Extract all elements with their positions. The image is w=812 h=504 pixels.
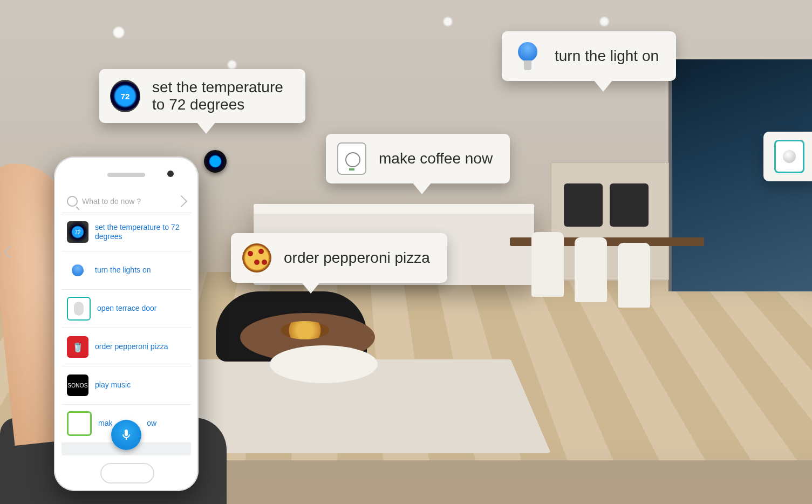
smartthings-icon xyxy=(67,411,92,436)
list-item-thermostat[interactable]: 72 set the temperature to 72 degrees xyxy=(62,213,191,251)
list-item-label: order pepperoni pizza xyxy=(95,342,168,352)
list-item-pizza[interactable]: 🥤 order pepperoni pizza xyxy=(62,328,191,366)
pizza-on-table xyxy=(281,321,329,339)
voice-mic-button[interactable] xyxy=(111,420,141,450)
list-item-label: play music xyxy=(95,380,131,390)
list-item-label: open terrace door xyxy=(97,304,157,314)
smart-plug-icon xyxy=(337,144,367,174)
phone-home-button[interactable] xyxy=(100,463,154,483)
food-order-icon: 🥤 xyxy=(67,336,88,358)
phone-camera xyxy=(167,171,174,177)
bubble-light: turn the light on xyxy=(502,31,676,81)
door-icon xyxy=(67,297,91,321)
carousel-prev-button[interactable] xyxy=(2,236,17,268)
chevron-left-icon xyxy=(4,246,16,258)
oven-right xyxy=(610,183,649,227)
bubble-text: make coffee now xyxy=(379,150,493,167)
dining-chair xyxy=(618,243,650,308)
dining-chair xyxy=(531,232,564,297)
bubble-coffee: make coffee now xyxy=(326,134,510,183)
wall-thermostat xyxy=(204,150,227,173)
search-placeholder: What to do now ? xyxy=(78,197,177,206)
dial-switch-icon xyxy=(774,141,804,172)
coffee-table-white xyxy=(270,345,378,383)
oven-left xyxy=(564,183,603,227)
list-item-lights[interactable]: turn the lights on xyxy=(62,251,191,290)
bubble-text: set the temperature to 72 degrees xyxy=(152,79,288,113)
bubble-thermostat: 72 set the temperature to 72 degrees xyxy=(99,69,305,123)
phone-screen: What to do now ? 72 set the temperature … xyxy=(62,190,191,455)
list-item-label: set the temperature to 72 degrees xyxy=(95,223,186,242)
list-item-music[interactable]: SONOS play music xyxy=(62,366,191,405)
bubble-text: turn the light on xyxy=(555,47,659,65)
bubble-dial xyxy=(763,132,812,181)
lightbulb-icon xyxy=(513,41,543,71)
microphone-icon xyxy=(120,428,133,441)
pizza-icon xyxy=(242,243,272,273)
lightbulb-icon xyxy=(67,260,88,281)
bubble-pizza: order pepperoni pizza xyxy=(231,233,447,283)
bubble-text: order pepperoni pizza xyxy=(284,249,430,267)
chevron-right-icon xyxy=(175,195,188,208)
sonos-icon: SONOS xyxy=(67,374,88,396)
search-icon xyxy=(67,196,78,207)
thermostat-icon: 72 xyxy=(67,221,88,243)
dining-chair xyxy=(575,237,607,302)
list-item-door[interactable]: open terrace door xyxy=(62,290,191,328)
phone-speaker xyxy=(107,173,145,177)
search-bar[interactable]: What to do now ? xyxy=(62,190,191,213)
list-item-label: turn the lights on xyxy=(95,265,151,275)
command-list: 72 set the temperature to 72 degrees tur… xyxy=(62,213,191,443)
thermostat-icon: 72 xyxy=(110,81,140,111)
phone-device: What to do now ? 72 set the temperature … xyxy=(54,156,199,491)
